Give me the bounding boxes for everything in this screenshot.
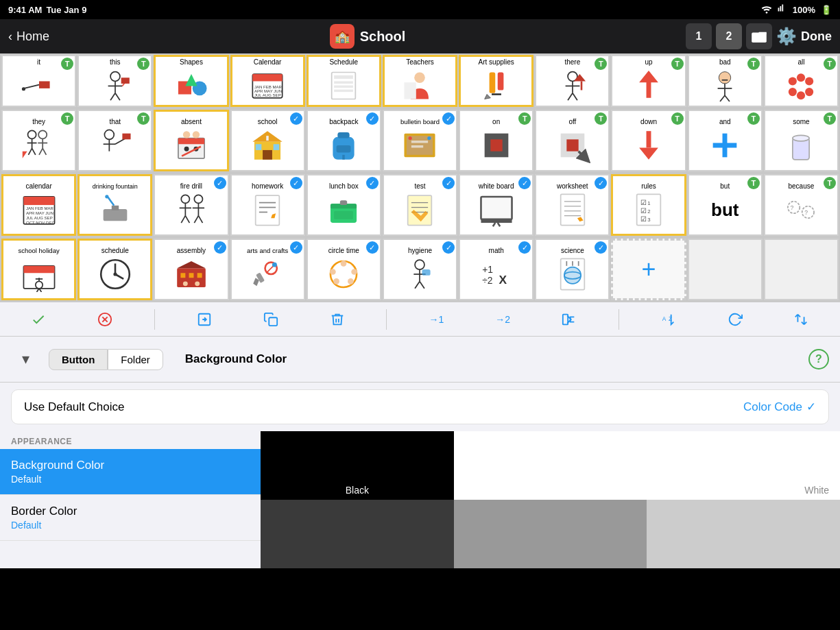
svg-rect-167 [197,273,202,278]
svg-point-115 [194,195,202,203]
cell-lunch-box[interactable]: lunch box ✓ [307,174,381,236]
swatch-white[interactable]: White [454,431,840,500]
cell-science[interactable]: science ✓ [535,239,610,300]
collapse-button[interactable]: ▾ [11,343,40,375]
t-badge: T [61,112,73,125]
cell-circle-time[interactable]: circle time ✓ [307,239,381,300]
page-2-button[interactable]: 2 [716,23,742,49]
svg-rect-166 [189,273,193,278]
appearance-bg-color[interactable]: Background Color Default [0,449,261,495]
svg-rect-1 [752,33,767,43]
svg-marker-39 [639,71,658,82]
cell-on[interactable]: on T [459,110,533,171]
cell-up[interactable]: up T [611,55,686,107]
cell-label: bulletin board [400,118,440,125]
cell-math[interactable]: math +1 ÷2 X ✓ [459,239,533,300]
cell-teachers[interactable]: Teachers [383,55,457,107]
settings-gear-button[interactable]: ⚙️ [776,27,797,46]
cell-because[interactable]: because ? ? T [764,174,839,236]
copy-button[interactable] [254,306,288,333]
page-1-button[interactable]: 1 [686,23,712,49]
cell-school[interactable]: school ✓ [230,110,305,171]
cell-art-supplies[interactable]: Art supplies [459,55,533,107]
t-badge: T [824,58,836,70]
cell-that[interactable]: that T [77,110,152,171]
use-default-row[interactable]: Use Default Choice Color Code ✓ [11,389,829,424]
cell-calendar[interactable]: Calendar JAN FEB MAR APR MAY JUN JUL AUG… [230,55,305,107]
move-page1-button[interactable]: →1 [419,306,453,333]
svg-text:APR MAY JUN: APR MAY JUN [26,211,53,215]
cell-hygiene[interactable]: hygiene ✓ [383,239,457,300]
cell-all[interactable]: all T [764,55,839,107]
cell-bad[interactable]: bad T [688,55,763,107]
cell-it[interactable]: it T [1,55,76,107]
sort-az-button[interactable]: AZ [651,306,686,333]
cell-down[interactable]: down T [611,110,686,171]
cell-white-board[interactable]: white board ✓ [459,174,533,236]
cell-homework[interactable]: homework ✓ [230,174,305,236]
cell-test[interactable]: test ✓ [383,174,457,236]
status-date: Tue Jan 9 [46,5,86,15]
cell-off[interactable]: off T [535,110,610,171]
cell-absent[interactable]: absent [154,110,228,171]
swap-button[interactable] [784,306,818,333]
help-button[interactable]: ? [808,349,829,369]
done-button[interactable]: Done [801,29,832,44]
back-button[interactable]: ‹ Home [8,29,49,44]
folder-button[interactable] [746,23,772,49]
cell-image [705,68,745,104]
swatch-label-black: Black [346,485,369,496]
move-folder-button[interactable] [552,306,586,333]
cell-school-holiday[interactable]: school holiday [1,239,76,300]
swatch-light-gray[interactable] [647,500,840,568]
cell-shapes[interactable]: Shapes [154,55,228,107]
cell-add[interactable]: + [611,239,686,300]
cell-image [553,128,592,163]
t-badge: T [137,112,149,125]
cell-backpack[interactable]: backpack ✓ [307,110,381,171]
svg-rect-92 [490,139,502,151]
cell-image [324,256,363,292]
confirm-button[interactable] [21,306,56,333]
cell-rules[interactable]: rules ☑ 1 ☑ 2 ☑ 3 [611,174,686,236]
cell-schedule2[interactable]: schedule [77,239,152,300]
cancel-button[interactable] [88,306,122,333]
swatch-dark-gray[interactable] [261,500,454,568]
cell-this[interactable]: this T [77,55,152,107]
move-page2-button[interactable]: →2 [485,306,520,333]
cell-bulletin-board[interactable]: bulletin board ✓ [383,110,457,171]
svg-rect-128 [408,195,432,225]
color-code-button[interactable]: Color Code ✓ [743,400,816,414]
signal-icon [778,4,787,16]
cell-but[interactable]: but but T [688,174,763,236]
cell-arts-crafts[interactable]: arts and crafts ✓ [230,239,305,300]
cell-fire-drill[interactable]: fire drill ✓ [154,174,228,236]
svg-point-174 [272,262,277,267]
cell-schedule[interactable]: Schedule [307,55,381,107]
cell-image [553,256,592,292]
toolbar-divider-2 [386,309,387,330]
check-badge: ✓ [518,177,531,189]
appearance-border-color[interactable]: Border Color Default [0,495,261,541]
cell-calendar2[interactable]: calendar JAN FEB MAR APR MAY JUN JUL AUG… [1,174,76,236]
cell-drinking-fountain[interactable]: drinking fountain [77,174,152,236]
cell-assembly[interactable]: assembly ✓ [154,239,228,300]
swatch-black[interactable]: Black [261,431,454,500]
cell-they[interactable]: they T [1,110,76,171]
delete-button[interactable] [320,306,355,333]
svg-rect-67 [122,134,130,140]
cell-there[interactable]: there T [535,55,610,107]
button-tab[interactable]: Button [49,349,108,370]
cell-label: bad [719,58,731,66]
refresh-button[interactable] [718,306,752,333]
cell-worksheet[interactable]: worksheet ✓ [535,174,610,236]
appearance-section-label: APPEARANCE [0,431,261,449]
swatch-mid-gray[interactable] [454,500,647,568]
cell-label: because [788,182,814,191]
import-button[interactable] [187,306,221,333]
cell-image [477,192,516,228]
cell-and[interactable]: and T [688,110,763,171]
cell-some[interactable]: some T [764,110,839,171]
svg-point-162 [113,272,117,276]
folder-tab[interactable]: Folder [108,349,163,370]
